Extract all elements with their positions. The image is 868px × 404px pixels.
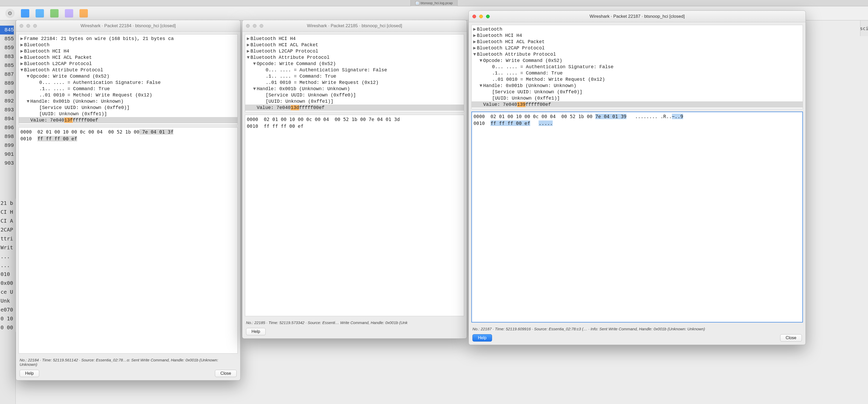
tree-row[interactable]: ▶Bluetooth HCI ACL Packet — [19, 54, 238, 61]
hex-line[interactable]: 0010 ff ff ff 00 ef — [247, 123, 462, 130]
disclosure-triangle-icon[interactable]: ▶ — [473, 45, 477, 51]
hex-line[interactable]: 0010 ff ff ff 00 ef — [21, 135, 236, 142]
tree-row[interactable]: ▶Bluetooth HCI ACL Packet — [245, 42, 464, 48]
tree-row[interactable]: Value: 7e04013dfffff00ef — [245, 104, 464, 111]
window-titlebar[interactable]: Wireshark · Packet 22187 · btsnoop_hci [… — [469, 11, 806, 22]
packet-row-number[interactable]: 903 — [0, 159, 14, 168]
tree-row[interactable]: 0... .... = Authentication Signature: Fa… — [472, 64, 803, 70]
tree-row[interactable]: .1.. .... = Command: True — [245, 73, 464, 79]
packet-row-number[interactable]: 894 — [0, 114, 14, 123]
green-traffic-light[interactable] — [33, 24, 37, 28]
yellow-traffic-light[interactable] — [479, 14, 483, 18]
packet-row-number[interactable]: 889 — [0, 79, 14, 88]
tree-row[interactable]: ..01 0010 = Method: Write Request (0x12) — [19, 92, 238, 98]
packet-row-number[interactable]: 859 — [0, 43, 14, 52]
tree-row[interactable]: ▼Opcode: Write Command (0x52) — [472, 58, 803, 64]
packet-row-number[interactable]: 901 — [0, 150, 14, 159]
folder-icon[interactable] — [21, 9, 29, 18]
yellow-traffic-light[interactable] — [253, 24, 256, 28]
tree-row[interactable]: [UUID: Unknown (0xffe1)] — [245, 98, 464, 104]
tree-row[interactable]: ▶Bluetooth HCI ACL Packet — [472, 39, 803, 45]
yellow-traffic-light[interactable] — [26, 24, 30, 28]
tree-row[interactable]: ▼Handle: 0x001b (Unknown: Unknown) — [19, 98, 238, 104]
tree-row[interactable]: ..01 0010 = Method: Write Request (0x12) — [245, 79, 464, 86]
tree-row[interactable]: ▶Bluetooth HCI H4 — [245, 36, 464, 42]
disclosure-triangle-icon[interactable]: ▶ — [247, 36, 250, 42]
packet-row-number[interactable]: 887 — [0, 70, 14, 79]
tree-row[interactable]: ▶Bluetooth HCI H4 — [472, 32, 803, 39]
disclosure-triangle-icon[interactable]: ▶ — [473, 26, 477, 32]
disclosure-triangle-icon[interactable]: ▼ — [27, 98, 30, 104]
disclosure-triangle-icon[interactable]: ▼ — [21, 67, 24, 73]
packet-row-number[interactable]: 896 — [0, 123, 14, 132]
disclosure-triangle-icon[interactable]: ▶ — [21, 48, 24, 54]
green-traffic-light[interactable] — [259, 24, 263, 28]
gear-icon[interactable]: ⚙ — [5, 9, 14, 18]
tree-row[interactable]: ▶Bluetooth — [19, 42, 238, 48]
tree-row[interactable]: [Service UUID: Unknown (0xffe0)] — [472, 89, 803, 95]
close-button[interactable]: Close — [780, 334, 802, 341]
disclosure-triangle-icon[interactable]: ▼ — [253, 61, 257, 67]
disclosure-triangle-icon[interactable]: ▼ — [253, 86, 257, 92]
disclosure-triangle-icon[interactable]: ▶ — [473, 32, 477, 39]
tree-row[interactable]: [UUID: Unknown (0xffe1)] — [472, 95, 803, 101]
protocol-tree[interactable]: ▶Bluetooth▶Bluetooth HCI H4▶Bluetooth HC… — [471, 25, 803, 109]
calc-icon[interactable] — [65, 9, 73, 18]
tree-row[interactable]: ▼Bluetooth Attribute Protocol — [19, 67, 238, 73]
tree-row[interactable]: 0... .... = Authentication Signature: Fa… — [19, 79, 238, 86]
tree-row[interactable]: ▶Frame 22184: 21 bytes on wire (168 bits… — [19, 36, 238, 42]
window-titlebar[interactable]: Wireshark · Packet 22184 · btsnoop_hci [… — [16, 20, 240, 32]
disclosure-triangle-icon[interactable]: ▼ — [473, 51, 477, 58]
disclosure-triangle-icon[interactable]: ▶ — [473, 39, 477, 45]
help-button[interactable]: Help — [20, 370, 39, 377]
tree-row[interactable]: ▶Bluetooth L2CAP Protocol — [472, 45, 803, 51]
red-traffic-light[interactable] — [246, 24, 250, 28]
packet-row-number[interactable]: 893 — [0, 106, 14, 114]
window-titlebar[interactable]: Wireshark · Packet 22185 · btsnoop_hci [… — [242, 20, 467, 32]
tree-row[interactable]: Value: 7e04013ffffff00ef — [19, 117, 238, 123]
hex-line[interactable]: 0000 02 01 00 10 00 0c 00 04 00 52 1b 00… — [247, 116, 462, 123]
hex-dump-pane[interactable]: 0000 02 01 00 10 00 0c 00 04 00 52 1b 00… — [471, 111, 803, 323]
disclosure-triangle-icon[interactable]: ▼ — [247, 54, 250, 61]
hex-dump-pane[interactable]: 0000 02 01 00 10 00 0c 00 04 00 52 1b 00… — [19, 127, 238, 354]
disclosure-triangle-icon[interactable]: ▼ — [27, 73, 30, 79]
packet-row-number[interactable]: 885 — [0, 61, 14, 70]
tree-row[interactable]: ▼Opcode: Write Command (0x52) — [19, 73, 238, 79]
tree-row[interactable]: .1.. .... = Command: True — [472, 70, 803, 76]
tree-row[interactable]: [UUID: Unknown (0xffe1)] — [19, 111, 238, 117]
disclosure-triangle-icon[interactable]: ▶ — [21, 42, 24, 48]
tree-row[interactable]: Value: 7e040139fffff00ef — [472, 101, 803, 108]
tree-row[interactable]: ▶Bluetooth HCI H4 — [19, 48, 238, 54]
tree-row[interactable]: ▶Bluetooth — [472, 26, 803, 32]
disclosure-triangle-icon[interactable]: ▼ — [479, 82, 483, 89]
red-traffic-light[interactable] — [472, 14, 476, 18]
tree-row[interactable]: ▼Bluetooth Attribute Protocol — [245, 54, 464, 61]
disclosure-triangle-icon[interactable]: ▶ — [247, 42, 250, 48]
tree-row[interactable]: 0... .... = Authentication Signature: Fa… — [245, 67, 464, 73]
tree-row[interactable]: ▼Handle: 0x001b (Unknown: Unknown) — [472, 82, 803, 89]
protocol-tree[interactable]: ▶Frame 22184: 21 bytes on wire (168 bits… — [19, 34, 238, 125]
tree-row[interactable]: .1.. .... = Command: True — [19, 86, 238, 92]
hex-line[interactable]: 0000 02 01 00 10 00 0c 00 04 00 52 1b 00… — [473, 113, 801, 120]
packet-row-number[interactable]: 892 — [0, 97, 14, 106]
tree-row[interactable]: ▼Opcode: Write Command (0x52) — [245, 61, 464, 67]
disclosure-triangle-icon[interactable]: ▶ — [21, 61, 24, 67]
tree-row[interactable]: ▼Bluetooth Attribute Protocol — [472, 51, 803, 58]
hex-line[interactable]: 0000 02 01 00 10 00 0c 00 04 00 52 1b 00… — [21, 129, 236, 135]
packet-row-number[interactable]: 898 — [0, 132, 14, 141]
close-button[interactable]: Close — [215, 370, 237, 377]
packet-row-number[interactable]: 845 — [0, 26, 14, 34]
tree-row[interactable]: ..01 0010 = Method: Write Request (0x12) — [472, 76, 803, 82]
tree-row[interactable]: ▶Bluetooth L2CAP Protocol — [245, 48, 464, 54]
disclosure-triangle-icon[interactable]: ▼ — [479, 58, 483, 64]
tree-row[interactable]: [Service UUID: Unknown (0xffe0)] — [19, 104, 238, 111]
tree-row[interactable]: [Service UUID: Unknown (0xffe0)] — [245, 92, 464, 98]
protocol-tree[interactable]: ▶Bluetooth HCI H4▶Bluetooth HCI ACL Pack… — [245, 34, 464, 112]
tree-row[interactable]: ▼Handle: 0x001b (Unknown: Unknown) — [245, 86, 464, 92]
packet-row-number[interactable]: 899 — [0, 141, 14, 150]
disclosure-triangle-icon[interactable]: ▶ — [247, 48, 250, 54]
packet-row-number[interactable]: 883 — [0, 52, 14, 61]
hex-line[interactable]: 0010 ff ff ff 00 ef ..... — [473, 120, 801, 127]
packet-row-number[interactable]: 855 — [0, 34, 14, 43]
red-traffic-light[interactable] — [20, 24, 23, 28]
